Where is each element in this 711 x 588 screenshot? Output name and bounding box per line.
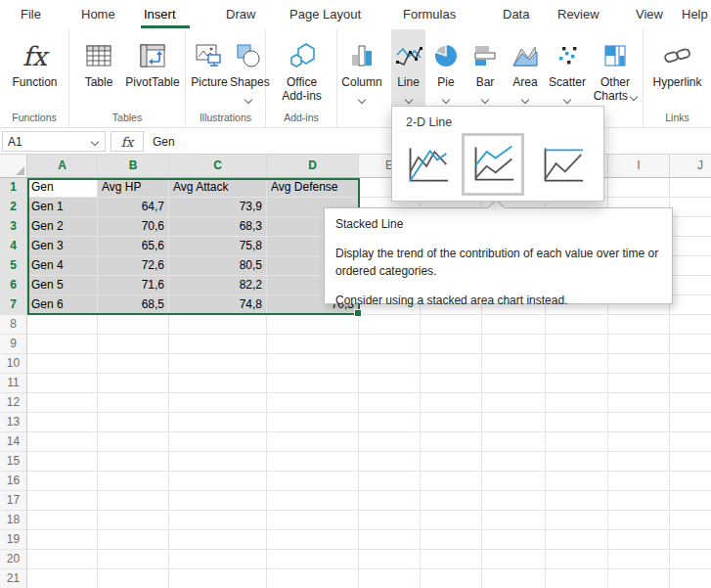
cell-J11[interactable] [670, 374, 711, 393]
row-header-6[interactable]: 6 [0, 276, 27, 295]
cell-J5[interactable] [670, 256, 711, 276]
cell-J14[interactable] [670, 432, 711, 452]
cell-H21[interactable] [546, 569, 608, 588]
row-header-14[interactable]: 14 [0, 432, 27, 452]
cell-C10[interactable] [169, 354, 267, 374]
cell-A15[interactable] [27, 452, 98, 472]
cell-E8[interactable] [359, 315, 421, 335]
cell-I17[interactable] [608, 491, 670, 511]
cell-B4[interactable]: 65,6 [98, 237, 169, 256]
cell-C6[interactable]: 82,2 [169, 276, 267, 295]
cell-I8[interactable] [608, 315, 670, 335]
row-header-2[interactable]: 2 [0, 198, 27, 217]
cell-B16[interactable] [98, 472, 169, 491]
cell-D1[interactable]: Avg Defense [267, 178, 359, 198]
cell-J15[interactable] [670, 452, 711, 472]
cell-G15[interactable] [482, 452, 546, 472]
cell-E19[interactable] [359, 530, 421, 550]
cell-G18[interactable] [482, 511, 546, 530]
cell-J20[interactable] [670, 550, 711, 569]
cell-H20[interactable] [546, 550, 608, 569]
cell-H11[interactable] [546, 374, 608, 393]
cell-F14[interactable] [421, 432, 482, 452]
cell-H15[interactable] [546, 452, 608, 472]
cell-B7[interactable]: 68,5 [98, 295, 169, 315]
cell-E16[interactable] [359, 472, 421, 491]
cell-A13[interactable] [27, 413, 98, 432]
cell-C2[interactable]: 73,9 [169, 198, 267, 217]
cell-I10[interactable] [608, 354, 670, 374]
cell-G20[interactable] [482, 550, 546, 569]
cell-G14[interactable] [482, 432, 546, 452]
row-header-1[interactable]: 1 [0, 178, 27, 198]
menu-page-layout[interactable]: Page Layout [289, 7, 361, 22]
cell-E9[interactable] [359, 335, 421, 354]
cell-C9[interactable] [169, 335, 267, 354]
cell-A16[interactable] [27, 472, 98, 491]
cell-H13[interactable] [546, 413, 608, 432]
cell-A17[interactable] [27, 491, 98, 511]
cell-C5[interactable]: 80,5 [169, 256, 267, 276]
cell-G12[interactable] [482, 393, 546, 413]
cell-A14[interactable] [27, 432, 98, 452]
cell-D14[interactable] [267, 432, 359, 452]
cell-H14[interactable] [546, 432, 608, 452]
stacked-line-option[interactable] [462, 133, 524, 196]
cell-C4[interactable]: 75,8 [169, 237, 267, 256]
cell-D10[interactable] [267, 354, 359, 374]
cell-I9[interactable] [608, 335, 670, 354]
cell-B19[interactable] [98, 530, 169, 550]
cell-I1[interactable] [608, 178, 670, 198]
hundred-percent-stacked-line-option[interactable] [536, 140, 589, 191]
cell-C3[interactable]: 68,3 [169, 217, 267, 237]
cell-D15[interactable] [267, 452, 359, 472]
row-header-9[interactable]: 9 [0, 335, 27, 354]
formula-input[interactable]: Gen [153, 135, 175, 149]
cell-A18[interactable] [27, 511, 98, 530]
cell-I11[interactable] [608, 374, 670, 393]
cell-E17[interactable] [359, 491, 421, 511]
cell-H10[interactable] [546, 354, 608, 374]
cell-E13[interactable] [359, 413, 421, 432]
column-header-B[interactable]: B [98, 155, 169, 178]
row-header-5[interactable]: 5 [0, 256, 27, 276]
row-header-4[interactable]: 4 [0, 237, 27, 256]
cell-B2[interactable]: 64,7 [98, 198, 169, 217]
row-header-20[interactable]: 20 [0, 550, 27, 569]
cell-E12[interactable] [359, 393, 421, 413]
cell-B17[interactable] [98, 491, 169, 511]
menu-home[interactable]: Home [81, 7, 115, 22]
cell-J1[interactable] [670, 178, 711, 198]
cell-B12[interactable] [98, 393, 169, 413]
cell-G11[interactable] [482, 374, 546, 393]
cell-G10[interactable] [482, 354, 546, 374]
menu-view[interactable]: View [636, 7, 663, 22]
cell-I20[interactable] [608, 550, 670, 569]
cell-H12[interactable] [546, 393, 608, 413]
cell-C19[interactable] [169, 530, 267, 550]
cell-B21[interactable] [98, 569, 169, 588]
column-header-D[interactable]: D [267, 155, 359, 178]
cell-E10[interactable] [359, 354, 421, 374]
cell-J19[interactable] [670, 530, 711, 550]
cell-B6[interactable]: 71,6 [98, 276, 169, 295]
cell-B1[interactable]: Avg HP [98, 178, 169, 198]
cell-D13[interactable] [267, 413, 359, 432]
row-header-13[interactable]: 13 [0, 413, 27, 432]
menu-review[interactable]: Review [557, 7, 600, 22]
row-header-15[interactable]: 15 [0, 452, 27, 472]
cell-J18[interactable] [670, 511, 711, 530]
cell-G13[interactable] [482, 413, 546, 432]
cell-F20[interactable] [421, 550, 482, 569]
cell-I14[interactable] [608, 432, 670, 452]
cell-J4[interactable] [670, 237, 711, 256]
column-header-A[interactable]: A [27, 155, 98, 178]
cell-H8[interactable] [546, 315, 608, 335]
cell-F9[interactable] [421, 335, 482, 354]
cell-E21[interactable] [359, 569, 421, 588]
cell-F19[interactable] [421, 530, 482, 550]
cell-G16[interactable] [482, 472, 546, 491]
menu-data[interactable]: Data [503, 7, 529, 22]
cell-J12[interactable] [670, 393, 711, 413]
cell-F10[interactable] [421, 354, 482, 374]
